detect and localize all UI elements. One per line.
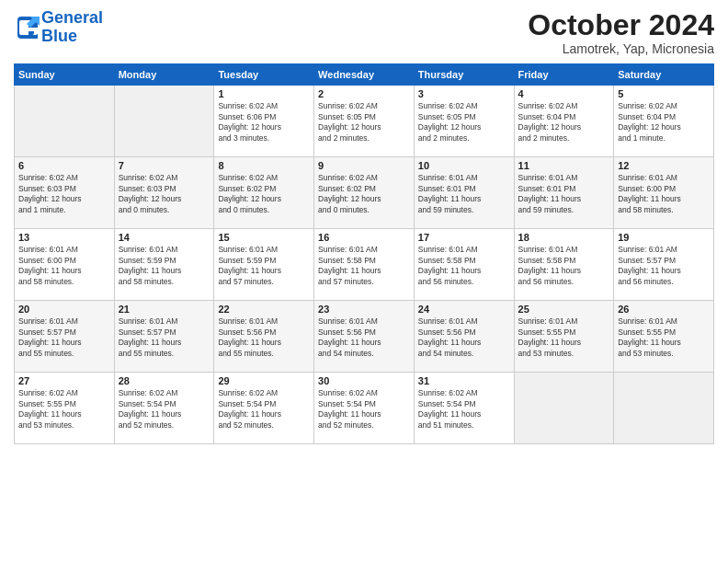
day-cell: 12Sunrise: 6:01 AM Sunset: 6:00 PM Dayli… <box>614 157 714 229</box>
day-info: Sunrise: 6:01 AM Sunset: 6:00 PM Dayligh… <box>18 245 110 287</box>
day-cell: 2Sunrise: 6:02 AM Sunset: 6:05 PM Daylig… <box>314 86 415 157</box>
week-row-4: 20Sunrise: 6:01 AM Sunset: 5:57 PM Dayli… <box>15 301 714 373</box>
day-info: Sunrise: 6:01 AM Sunset: 5:55 PM Dayligh… <box>618 316 710 359</box>
day-info: Sunrise: 6:01 AM Sunset: 5:56 PM Dayligh… <box>418 316 510 359</box>
day-info: Sunrise: 6:02 AM Sunset: 5:54 PM Dayligh… <box>318 388 410 431</box>
header-cell-thursday: Thursday <box>414 64 514 86</box>
day-info: Sunrise: 6:01 AM Sunset: 6:01 PM Dayligh… <box>518 173 610 215</box>
day-cell: 3Sunrise: 6:02 AM Sunset: 6:05 PM Daylig… <box>414 86 514 157</box>
day-info: Sunrise: 6:02 AM Sunset: 6:02 PM Dayligh… <box>218 173 310 215</box>
day-number: 19 <box>618 232 710 243</box>
day-info: Sunrise: 6:01 AM Sunset: 5:58 PM Dayligh… <box>318 245 410 287</box>
week-row-3: 13Sunrise: 6:01 AM Sunset: 6:00 PM Dayli… <box>15 229 714 301</box>
day-number: 24 <box>418 304 510 315</box>
day-cell: 29Sunrise: 6:02 AM Sunset: 5:54 PM Dayli… <box>214 373 314 444</box>
day-number: 15 <box>218 232 310 243</box>
day-number: 30 <box>318 375 410 386</box>
day-cell: 9Sunrise: 6:02 AM Sunset: 6:02 PM Daylig… <box>314 157 415 229</box>
day-info: Sunrise: 6:02 AM Sunset: 6:03 PM Dayligh… <box>119 173 210 215</box>
day-info: Sunrise: 6:01 AM Sunset: 5:58 PM Dayligh… <box>418 245 510 287</box>
logo: General Blue <box>14 9 103 46</box>
day-info: Sunrise: 6:02 AM Sunset: 5:54 PM Dayligh… <box>218 388 310 431</box>
day-info: Sunrise: 6:02 AM Sunset: 6:03 PM Dayligh… <box>18 173 110 215</box>
day-number: 10 <box>418 160 510 171</box>
day-cell: 18Sunrise: 6:01 AM Sunset: 5:58 PM Dayli… <box>514 229 614 301</box>
day-number: 21 <box>119 304 210 315</box>
header-cell-saturday: Saturday <box>614 64 714 86</box>
day-number: 22 <box>218 304 310 315</box>
day-cell <box>114 86 214 157</box>
day-number: 31 <box>418 375 510 386</box>
day-info: Sunrise: 6:01 AM Sunset: 6:01 PM Dayligh… <box>418 173 510 215</box>
day-number: 26 <box>618 304 710 315</box>
week-row-5: 27Sunrise: 6:02 AM Sunset: 5:55 PM Dayli… <box>15 373 714 444</box>
day-cell: 10Sunrise: 6:01 AM Sunset: 6:01 PM Dayli… <box>414 157 514 229</box>
day-info: Sunrise: 6:01 AM Sunset: 5:55 PM Dayligh… <box>518 316 610 359</box>
logo-line1: General <box>41 8 103 27</box>
page: General Blue October 2024 Lamotrek, Yap,… <box>0 0 728 454</box>
day-cell: 15Sunrise: 6:01 AM Sunset: 5:59 PM Dayli… <box>214 229 314 301</box>
day-cell <box>15 86 115 157</box>
day-info: Sunrise: 6:02 AM Sunset: 5:54 PM Dayligh… <box>418 388 510 431</box>
day-cell: 28Sunrise: 6:02 AM Sunset: 5:54 PM Dayli… <box>114 373 214 444</box>
week-row-1: 1Sunrise: 6:02 AM Sunset: 6:06 PM Daylig… <box>15 86 714 157</box>
day-info: Sunrise: 6:01 AM Sunset: 5:57 PM Dayligh… <box>618 245 710 287</box>
day-cell: 8Sunrise: 6:02 AM Sunset: 6:02 PM Daylig… <box>214 157 314 229</box>
day-cell: 30Sunrise: 6:02 AM Sunset: 5:54 PM Dayli… <box>314 373 415 444</box>
day-number: 27 <box>18 375 110 386</box>
day-cell <box>514 373 614 444</box>
day-number: 11 <box>518 160 610 171</box>
day-cell: 31Sunrise: 6:02 AM Sunset: 5:54 PM Dayli… <box>414 373 514 444</box>
day-number: 13 <box>18 232 110 243</box>
day-info: Sunrise: 6:02 AM Sunset: 6:04 PM Dayligh… <box>618 101 710 144</box>
day-info: Sunrise: 6:02 AM Sunset: 6:05 PM Dayligh… <box>418 101 510 144</box>
day-info: Sunrise: 6:02 AM Sunset: 6:04 PM Dayligh… <box>518 101 610 144</box>
day-cell: 20Sunrise: 6:01 AM Sunset: 5:57 PM Dayli… <box>15 301 115 373</box>
day-number: 3 <box>418 88 510 99</box>
day-info: Sunrise: 6:01 AM Sunset: 5:59 PM Dayligh… <box>119 245 210 287</box>
day-cell: 24Sunrise: 6:01 AM Sunset: 5:56 PM Dayli… <box>414 301 514 373</box>
day-info: Sunrise: 6:01 AM Sunset: 6:00 PM Dayligh… <box>618 173 710 215</box>
month-title: October 2024 <box>528 9 714 41</box>
day-info: Sunrise: 6:01 AM Sunset: 5:57 PM Dayligh… <box>119 316 210 359</box>
day-number: 20 <box>18 304 110 315</box>
day-number: 7 <box>119 160 210 171</box>
logo-line2: Blue <box>41 27 77 45</box>
day-info: Sunrise: 6:01 AM Sunset: 5:58 PM Dayligh… <box>518 245 610 287</box>
day-info: Sunrise: 6:02 AM Sunset: 6:06 PM Dayligh… <box>218 101 310 144</box>
day-info: Sunrise: 6:01 AM Sunset: 5:59 PM Dayligh… <box>218 245 310 287</box>
logo-icon <box>14 15 40 40</box>
header: General Blue October 2024 Lamotrek, Yap,… <box>14 9 714 56</box>
day-cell: 1Sunrise: 6:02 AM Sunset: 6:06 PM Daylig… <box>214 86 314 157</box>
day-cell: 26Sunrise: 6:01 AM Sunset: 5:55 PM Dayli… <box>614 301 714 373</box>
header-cell-sunday: Sunday <box>15 64 115 86</box>
day-cell: 23Sunrise: 6:01 AM Sunset: 5:56 PM Dayli… <box>314 301 415 373</box>
logo-text: General Blue <box>41 9 103 46</box>
day-cell: 13Sunrise: 6:01 AM Sunset: 6:00 PM Dayli… <box>15 229 115 301</box>
header-cell-friday: Friday <box>514 64 614 86</box>
day-cell: 22Sunrise: 6:01 AM Sunset: 5:56 PM Dayli… <box>214 301 314 373</box>
header-row: SundayMondayTuesdayWednesdayThursdayFrid… <box>15 64 714 86</box>
location: Lamotrek, Yap, Micronesia <box>528 41 714 56</box>
day-number: 6 <box>18 160 110 171</box>
day-number: 25 <box>518 304 610 315</box>
day-info: Sunrise: 6:02 AM Sunset: 6:05 PM Dayligh… <box>318 101 410 144</box>
day-cell: 7Sunrise: 6:02 AM Sunset: 6:03 PM Daylig… <box>114 157 214 229</box>
day-number: 5 <box>618 88 710 99</box>
day-info: Sunrise: 6:01 AM Sunset: 5:57 PM Dayligh… <box>18 316 110 359</box>
day-number: 17 <box>418 232 510 243</box>
day-cell: 17Sunrise: 6:01 AM Sunset: 5:58 PM Dayli… <box>414 229 514 301</box>
day-number: 2 <box>318 88 410 99</box>
header-cell-wednesday: Wednesday <box>314 64 415 86</box>
day-cell: 16Sunrise: 6:01 AM Sunset: 5:58 PM Dayli… <box>314 229 415 301</box>
day-number: 9 <box>318 160 410 171</box>
day-cell: 19Sunrise: 6:01 AM Sunset: 5:57 PM Dayli… <box>614 229 714 301</box>
day-number: 28 <box>119 375 210 386</box>
day-cell: 11Sunrise: 6:01 AM Sunset: 6:01 PM Dayli… <box>514 157 614 229</box>
day-cell: 6Sunrise: 6:02 AM Sunset: 6:03 PM Daylig… <box>15 157 115 229</box>
week-row-2: 6Sunrise: 6:02 AM Sunset: 6:03 PM Daylig… <box>15 157 714 229</box>
day-info: Sunrise: 6:01 AM Sunset: 5:56 PM Dayligh… <box>318 316 410 359</box>
day-cell: 27Sunrise: 6:02 AM Sunset: 5:55 PM Dayli… <box>15 373 115 444</box>
day-number: 29 <box>218 375 310 386</box>
day-number: 23 <box>318 304 410 315</box>
